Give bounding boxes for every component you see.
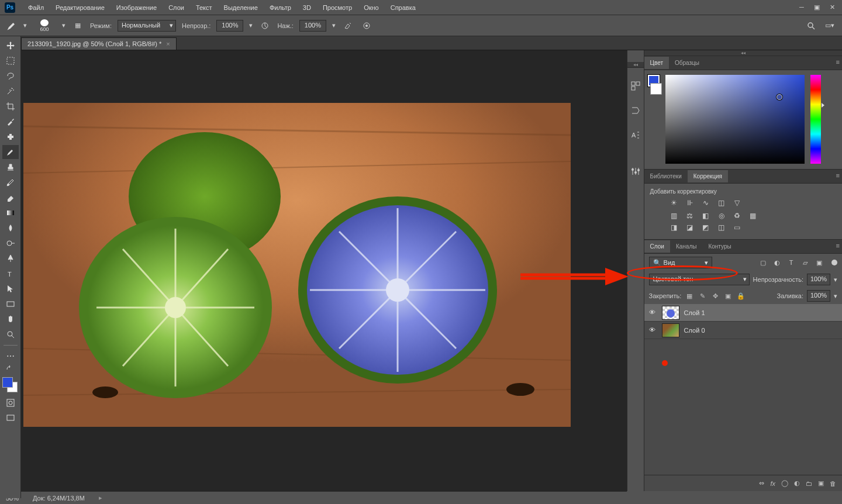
adjustments-panel-icon[interactable] xyxy=(629,165,642,178)
swatches-tab[interactable]: Образцы xyxy=(669,57,705,69)
marquee-tool[interactable] xyxy=(2,54,19,68)
layer-item[interactable]: 👁 Слой 1 xyxy=(644,304,842,322)
link-layers-icon[interactable]: ⇔ xyxy=(759,479,764,487)
visibility-icon[interactable]: 👁 xyxy=(649,326,657,334)
lock-paint-icon[interactable]: ✎ xyxy=(698,291,707,301)
hue-adj-icon[interactable]: ▥ xyxy=(669,211,679,220)
dropdown-arrow-icon[interactable]: ▾ xyxy=(332,22,336,29)
eyedropper-tool[interactable] xyxy=(2,115,19,129)
eraser-tool[interactable] xyxy=(2,191,19,205)
foreground-color-swatch[interactable] xyxy=(2,377,13,388)
hand-tool[interactable] xyxy=(2,312,19,326)
layer-item[interactable]: 👁 Слой 0 xyxy=(644,322,842,339)
colorbalance-adj-icon[interactable]: ⚖ xyxy=(685,211,695,220)
brightness-adj-icon[interactable]: ☀ xyxy=(669,198,679,208)
healing-tool[interactable] xyxy=(2,130,19,144)
levels-adj-icon[interactable]: ⊪ xyxy=(685,198,695,208)
panel-menu-icon[interactable]: ≡ xyxy=(836,172,840,179)
blur-tool[interactable] xyxy=(2,221,19,235)
stamp-tool[interactable] xyxy=(2,160,19,174)
brush-panel-toggle[interactable]: ▦ xyxy=(71,19,84,32)
close-tab-icon[interactable]: × xyxy=(166,40,170,47)
brush-tool-icon[interactable] xyxy=(6,20,18,32)
layer-filter-select[interactable]: 🔍 Вид ▾ xyxy=(649,257,712,268)
dropdown-arrow-icon[interactable]: ▾ xyxy=(834,292,837,300)
airbrush-button[interactable] xyxy=(341,19,354,32)
history-panel-icon[interactable] xyxy=(629,80,642,92)
filter-shape-icon[interactable]: ▱ xyxy=(801,259,809,267)
layer-mask-icon[interactable]: ◯ xyxy=(781,479,788,487)
menu-text[interactable]: Текст xyxy=(190,2,218,13)
fill-input[interactable]: 100% xyxy=(807,290,830,302)
minimize-button[interactable]: ─ xyxy=(795,2,808,12)
status-expand-icon[interactable]: ▸ xyxy=(99,494,102,502)
adjustment-layer-icon[interactable]: ◐ xyxy=(794,479,800,487)
lock-pos-icon[interactable]: ✥ xyxy=(710,291,720,301)
history-brush-tool[interactable] xyxy=(2,175,19,189)
doc-info[interactable]: Док: 6,24M/13,8M xyxy=(33,495,85,502)
visibility-icon[interactable]: 👁 xyxy=(649,309,657,317)
channels-tab[interactable]: Каналы xyxy=(670,240,703,253)
search-icon[interactable] xyxy=(805,19,817,32)
canvas-area[interactable] xyxy=(21,50,627,491)
filter-toggle[interactable] xyxy=(831,260,837,265)
channelmixer-adj-icon[interactable]: ♻ xyxy=(732,211,743,220)
dropdown-arrow-icon[interactable]: ▾ xyxy=(62,22,65,29)
collapse-grip[interactable]: ◂◂ xyxy=(627,62,644,68)
filter-adjust-icon[interactable]: ◐ xyxy=(773,259,781,267)
path-select-tool[interactable] xyxy=(2,282,19,296)
paths-tab[interactable]: Контуры xyxy=(702,240,737,253)
hue-slider[interactable] xyxy=(810,75,821,164)
delete-layer-icon[interactable]: 🗑 xyxy=(830,480,836,487)
photofilter-adj-icon[interactable]: ◎ xyxy=(716,211,727,220)
screen-mode-button[interactable] xyxy=(2,411,19,425)
pen-tool[interactable] xyxy=(2,251,19,265)
layer-opacity-input[interactable]: 100% xyxy=(807,274,830,285)
layers-tab[interactable]: Слои xyxy=(644,240,670,253)
pressure-opacity-button[interactable] xyxy=(258,19,271,32)
gradient-tool[interactable] xyxy=(2,206,19,220)
selectivecolor-adj-icon[interactable]: ◫ xyxy=(716,223,727,232)
color-swatches[interactable] xyxy=(2,377,19,395)
corrections-tab[interactable]: Коррекция xyxy=(688,170,728,182)
lock-artboard-icon[interactable]: ▣ xyxy=(723,291,733,301)
wand-tool[interactable] xyxy=(2,84,19,98)
blend-mode-select[interactable]: Нормальный▾ xyxy=(118,20,176,32)
lock-all-icon[interactable]: 🔒 xyxy=(736,291,746,301)
hue-cursor[interactable] xyxy=(822,103,824,108)
filter-pixel-icon[interactable]: ▢ xyxy=(759,259,767,267)
gradientmap-adj-icon[interactable]: ▭ xyxy=(732,223,743,232)
layer-thumb[interactable] xyxy=(662,306,679,320)
lasso-tool[interactable] xyxy=(2,69,19,83)
curves-adj-icon[interactable]: ∿ xyxy=(700,198,711,208)
document-tab[interactable]: 2133091_1920.jpg @ 50% (Слой 1, RGB/8#) … xyxy=(21,37,177,50)
layer-name[interactable]: Слой 1 xyxy=(684,309,705,316)
crop-tool[interactable] xyxy=(2,99,19,113)
menu-window[interactable]: Окно xyxy=(358,2,385,13)
libraries-tab[interactable]: Библиотеки xyxy=(644,170,688,182)
layer-thumb[interactable] xyxy=(662,323,679,337)
exposure-adj-icon[interactable]: ◫ xyxy=(716,198,727,208)
color-fgbg[interactable] xyxy=(648,75,663,95)
dodge-tool[interactable] xyxy=(2,236,19,250)
lock-trans-icon[interactable]: ▦ xyxy=(685,291,694,301)
color-field[interactable] xyxy=(665,75,805,164)
layer-group-icon[interactable]: 🗀 xyxy=(806,480,812,487)
threshold-adj-icon[interactable]: ◩ xyxy=(700,223,711,232)
bw-adj-icon[interactable]: ◧ xyxy=(700,211,711,220)
maximize-button[interactable]: ▣ xyxy=(810,2,823,12)
close-button[interactable]: ✕ xyxy=(826,2,838,12)
menu-view[interactable]: Просмотр xyxy=(317,2,358,13)
dropdown-arrow-icon[interactable]: ▾ xyxy=(834,276,837,284)
menu-image[interactable]: Изображение xyxy=(111,2,163,13)
menu-filter[interactable]: Фильтр xyxy=(264,2,297,13)
layer-fx-icon[interactable]: fx xyxy=(770,480,775,487)
pressure-size-button[interactable] xyxy=(360,19,373,32)
filter-text-icon[interactable]: T xyxy=(787,259,795,267)
menu-select[interactable]: Выделение xyxy=(218,2,264,13)
move-tool[interactable] xyxy=(2,39,19,53)
blend-mode-select[interactable]: Цветовой тон ▾ xyxy=(649,274,750,285)
panel-menu-icon[interactable]: ≡ xyxy=(836,242,840,249)
character-panel-icon[interactable]: A xyxy=(629,129,642,141)
menu-edit[interactable]: Редактирование xyxy=(50,2,111,13)
